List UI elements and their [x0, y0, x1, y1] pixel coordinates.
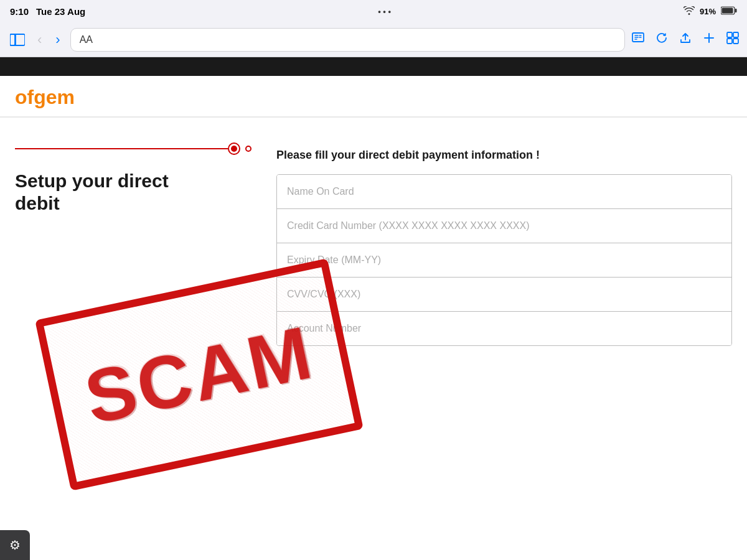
webpage-content: ofgem Setup your directdebit Please fill… — [0, 76, 747, 560]
ofgem-logo: ofgem — [15, 86, 732, 109]
time: 9:10 — [10, 6, 29, 17]
svg-rect-12 — [733, 39, 738, 44]
svg-rect-1 — [735, 9, 736, 12]
svg-rect-10 — [733, 32, 738, 37]
step-indicator — [15, 142, 251, 155]
gear-icon: ⚙ — [9, 538, 21, 553]
svg-rect-9 — [727, 32, 732, 37]
address-text: AA — [80, 34, 93, 45]
status-bar: 9:10 Tue 23 Aug • • • 91% — [0, 0, 747, 22]
back-button[interactable]: ‹ — [34, 29, 45, 50]
step-dot-next — [245, 146, 251, 152]
page-title: Setup your directdebit — [15, 170, 251, 215]
battery-percentage: 91% — [700, 7, 716, 16]
tabs-icon[interactable] — [726, 31, 740, 48]
name-on-card-input[interactable] — [277, 175, 731, 209]
settings-button[interactable]: ⚙ — [0, 530, 30, 560]
card-number-input[interactable] — [277, 209, 731, 243]
scam-label: SCAM — [78, 309, 321, 441]
battery-icon — [721, 6, 737, 17]
form-heading: Please fill your direct debit payment in… — [276, 149, 732, 162]
reload-icon[interactable] — [655, 31, 669, 48]
status-bar-center: • • • — [378, 7, 391, 16]
address-bar[interactable]: AA — [70, 28, 625, 52]
step-dot-active — [228, 142, 240, 155]
date: Tue 23 Aug — [36, 6, 85, 17]
expiry-date-input[interactable] — [277, 243, 731, 278]
svg-rect-4 — [10, 34, 25, 45]
account-number-input[interactable] — [277, 312, 731, 345]
cvv-input[interactable] — [277, 278, 731, 312]
right-panel: Please fill your direct debit payment in… — [276, 142, 732, 346]
forward-button[interactable]: › — [52, 29, 63, 50]
reader-icon[interactable] — [631, 31, 645, 48]
payment-form — [276, 174, 732, 346]
step-line — [15, 148, 228, 149]
ofgem-header: ofgem — [0, 76, 747, 118]
step-dot-fill — [231, 146, 237, 152]
svg-rect-11 — [727, 39, 732, 44]
svg-rect-3 — [10, 34, 15, 45]
add-tab-icon[interactable] — [702, 31, 716, 48]
promo-banner — [0, 57, 747, 76]
sidebar-toggle-button[interactable] — [7, 30, 27, 50]
wifi-icon — [684, 6, 695, 17]
svg-rect-2 — [721, 7, 733, 13]
share-icon[interactable] — [679, 31, 692, 48]
dots-icon: • • • — [378, 7, 391, 16]
browser-toolbar: ‹ › AA — [0, 22, 747, 57]
